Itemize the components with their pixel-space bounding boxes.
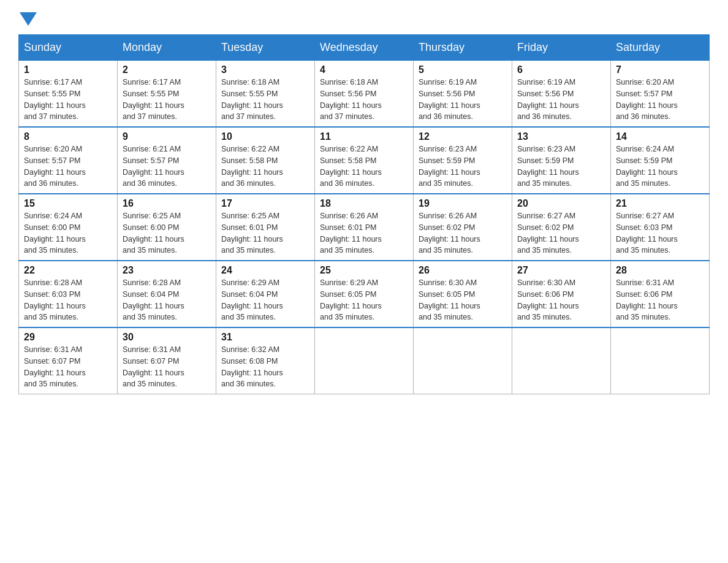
day-number: 23: [123, 265, 211, 276]
day-number: 11: [320, 131, 408, 142]
page-header: [18, 12, 710, 23]
day-number: 13: [517, 131, 605, 142]
calendar-cell: [315, 327, 414, 394]
day-number: 15: [24, 198, 112, 209]
calendar-cell: 16Sunrise: 6:25 AMSunset: 6:00 PMDayligh…: [118, 194, 216, 261]
day-of-week-header: Sunday: [19, 35, 118, 61]
logo: [18, 12, 38, 23]
day-info: Sunrise: 6:24 AMSunset: 5:59 PMDaylight:…: [616, 144, 704, 190]
calendar-week-row: 8Sunrise: 6:20 AMSunset: 5:57 PMDaylight…: [19, 127, 710, 194]
day-number: 24: [221, 265, 309, 276]
day-info: Sunrise: 6:28 AMSunset: 6:03 PMDaylight:…: [24, 277, 112, 323]
day-number: 26: [419, 265, 507, 276]
day-number: 12: [419, 131, 507, 142]
calendar-cell: 6Sunrise: 6:19 AMSunset: 5:56 PMDaylight…: [512, 61, 611, 128]
calendar-cell: 11Sunrise: 6:22 AMSunset: 5:58 PMDayligh…: [315, 127, 414, 194]
calendar-cell: 22Sunrise: 6:28 AMSunset: 6:03 PMDayligh…: [19, 261, 118, 327]
day-number: 9: [123, 131, 211, 142]
day-info: Sunrise: 6:31 AMSunset: 6:07 PMDaylight:…: [123, 344, 211, 390]
calendar-cell: 28Sunrise: 6:31 AMSunset: 6:06 PMDayligh…: [611, 261, 710, 327]
day-number: 22: [24, 265, 112, 276]
logo-triangle-icon: [20, 12, 37, 26]
calendar-cell: 3Sunrise: 6:18 AMSunset: 5:55 PMDaylight…: [216, 61, 315, 128]
day-info: Sunrise: 6:22 AMSunset: 5:58 PMDaylight:…: [221, 144, 309, 190]
day-number: 21: [616, 198, 704, 209]
day-info: Sunrise: 6:29 AMSunset: 6:05 PMDaylight:…: [320, 277, 408, 323]
calendar-week-row: 29Sunrise: 6:31 AMSunset: 6:07 PMDayligh…: [19, 327, 710, 394]
calendar-cell: 14Sunrise: 6:24 AMSunset: 5:59 PMDayligh…: [611, 127, 710, 194]
calendar-cell: 18Sunrise: 6:26 AMSunset: 6:01 PMDayligh…: [315, 194, 414, 261]
day-info: Sunrise: 6:17 AMSunset: 5:55 PMDaylight:…: [123, 77, 211, 123]
day-number: 6: [517, 64, 605, 75]
day-of-week-header: Thursday: [414, 35, 512, 61]
day-number: 16: [123, 198, 211, 209]
day-info: Sunrise: 6:31 AMSunset: 6:07 PMDaylight:…: [24, 344, 112, 390]
calendar-cell: 7Sunrise: 6:20 AMSunset: 5:57 PMDaylight…: [611, 61, 710, 128]
day-info: Sunrise: 6:22 AMSunset: 5:58 PMDaylight:…: [320, 144, 408, 190]
day-of-week-header: Tuesday: [216, 35, 315, 61]
day-info: Sunrise: 6:28 AMSunset: 6:04 PMDaylight:…: [123, 277, 211, 323]
day-info: Sunrise: 6:27 AMSunset: 6:03 PMDaylight:…: [616, 210, 704, 256]
day-info: Sunrise: 6:18 AMSunset: 5:56 PMDaylight:…: [320, 77, 408, 123]
day-info: Sunrise: 6:23 AMSunset: 5:59 PMDaylight:…: [517, 144, 605, 190]
day-number: 28: [616, 265, 704, 276]
day-info: Sunrise: 6:30 AMSunset: 6:05 PMDaylight:…: [419, 277, 507, 323]
logo-text: [18, 12, 38, 26]
day-info: Sunrise: 6:26 AMSunset: 6:01 PMDaylight:…: [320, 210, 408, 256]
day-info: Sunrise: 6:25 AMSunset: 6:01 PMDaylight:…: [221, 210, 309, 256]
calendar-cell: [611, 327, 710, 394]
day-number: 18: [320, 198, 408, 209]
day-info: Sunrise: 6:19 AMSunset: 5:56 PMDaylight:…: [517, 77, 605, 123]
day-number: 1: [24, 64, 112, 75]
day-of-week-header: Wednesday: [315, 35, 414, 61]
day-number: 3: [221, 64, 309, 75]
day-number: 31: [221, 332, 309, 343]
day-info: Sunrise: 6:31 AMSunset: 6:06 PMDaylight:…: [616, 277, 704, 323]
calendar-cell: 10Sunrise: 6:22 AMSunset: 5:58 PMDayligh…: [216, 127, 315, 194]
day-number: 19: [419, 198, 507, 209]
day-info: Sunrise: 6:25 AMSunset: 6:00 PMDaylight:…: [123, 210, 211, 256]
calendar-cell: [414, 327, 512, 394]
calendar-cell: 24Sunrise: 6:29 AMSunset: 6:04 PMDayligh…: [216, 261, 315, 327]
calendar-cell: 19Sunrise: 6:26 AMSunset: 6:02 PMDayligh…: [414, 194, 512, 261]
calendar-cell: 23Sunrise: 6:28 AMSunset: 6:04 PMDayligh…: [118, 261, 216, 327]
day-info: Sunrise: 6:20 AMSunset: 5:57 PMDaylight:…: [24, 144, 112, 190]
calendar-cell: 30Sunrise: 6:31 AMSunset: 6:07 PMDayligh…: [118, 327, 216, 394]
calendar-cell: 25Sunrise: 6:29 AMSunset: 6:05 PMDayligh…: [315, 261, 414, 327]
calendar-cell: 8Sunrise: 6:20 AMSunset: 5:57 PMDaylight…: [19, 127, 118, 194]
day-info: Sunrise: 6:29 AMSunset: 6:04 PMDaylight:…: [221, 277, 309, 323]
calendar-cell: 4Sunrise: 6:18 AMSunset: 5:56 PMDaylight…: [315, 61, 414, 128]
day-info: Sunrise: 6:18 AMSunset: 5:55 PMDaylight:…: [221, 77, 309, 123]
day-number: 2: [123, 64, 211, 75]
calendar-cell: 2Sunrise: 6:17 AMSunset: 5:55 PMDaylight…: [118, 61, 216, 128]
day-of-week-header: Friday: [512, 35, 611, 61]
day-number: 30: [123, 332, 211, 343]
day-info: Sunrise: 6:23 AMSunset: 5:59 PMDaylight:…: [419, 144, 507, 190]
day-info: Sunrise: 6:17 AMSunset: 5:55 PMDaylight:…: [24, 77, 112, 123]
calendar-cell: 12Sunrise: 6:23 AMSunset: 5:59 PMDayligh…: [414, 127, 512, 194]
day-info: Sunrise: 6:21 AMSunset: 5:57 PMDaylight:…: [123, 144, 211, 190]
day-info: Sunrise: 6:24 AMSunset: 6:00 PMDaylight:…: [24, 210, 112, 256]
day-of-week-header: Saturday: [611, 35, 710, 61]
day-number: 20: [517, 198, 605, 209]
day-info: Sunrise: 6:20 AMSunset: 5:57 PMDaylight:…: [616, 77, 704, 123]
calendar-cell: [512, 327, 611, 394]
day-number: 7: [616, 64, 704, 75]
calendar-cell: 26Sunrise: 6:30 AMSunset: 6:05 PMDayligh…: [414, 261, 512, 327]
calendar-week-row: 15Sunrise: 6:24 AMSunset: 6:00 PMDayligh…: [19, 194, 710, 261]
calendar-cell: 31Sunrise: 6:32 AMSunset: 6:08 PMDayligh…: [216, 327, 315, 394]
day-number: 25: [320, 265, 408, 276]
day-info: Sunrise: 6:27 AMSunset: 6:02 PMDaylight:…: [517, 210, 605, 256]
calendar-cell: 27Sunrise: 6:30 AMSunset: 6:06 PMDayligh…: [512, 261, 611, 327]
day-number: 8: [24, 131, 112, 142]
day-info: Sunrise: 6:32 AMSunset: 6:08 PMDaylight:…: [221, 344, 309, 390]
day-info: Sunrise: 6:19 AMSunset: 5:56 PMDaylight:…: [419, 77, 507, 123]
day-number: 4: [320, 64, 408, 75]
day-of-week-header: Monday: [118, 35, 216, 61]
calendar-week-row: 1Sunrise: 6:17 AMSunset: 5:55 PMDaylight…: [19, 61, 710, 128]
day-number: 14: [616, 131, 704, 142]
calendar-cell: 13Sunrise: 6:23 AMSunset: 5:59 PMDayligh…: [512, 127, 611, 194]
calendar-cell: 20Sunrise: 6:27 AMSunset: 6:02 PMDayligh…: [512, 194, 611, 261]
calendar-cell: 17Sunrise: 6:25 AMSunset: 6:01 PMDayligh…: [216, 194, 315, 261]
calendar-week-row: 22Sunrise: 6:28 AMSunset: 6:03 PMDayligh…: [19, 261, 710, 327]
